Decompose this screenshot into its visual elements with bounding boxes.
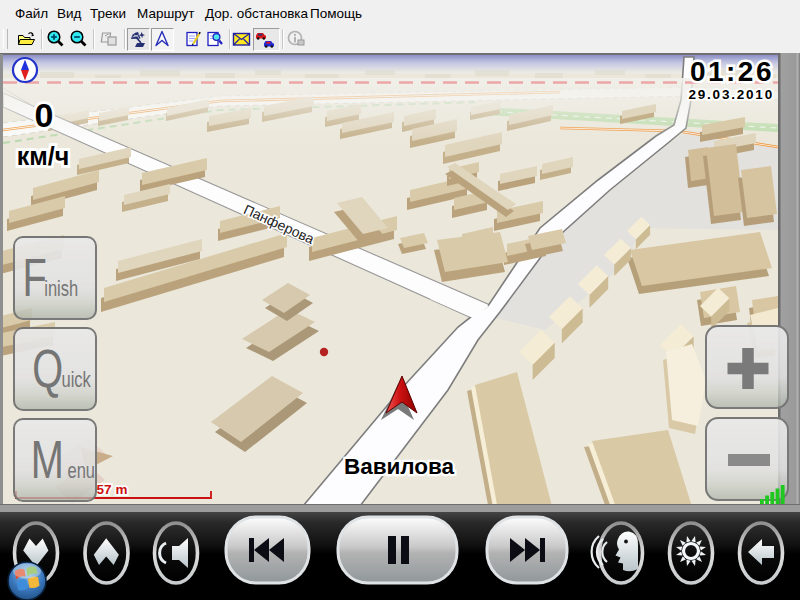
svg-text:inish: inish: [44, 276, 78, 301]
svg-text:enu: enu: [68, 458, 96, 483]
svg-text:Вавилова: Вавилова: [344, 454, 455, 479]
svg-text:F: F: [23, 248, 47, 307]
svg-text:01:26: 01:26: [690, 56, 774, 87]
svg-text:57 m: 57 m: [97, 482, 128, 497]
svg-text:км/ч: км/ч: [17, 142, 69, 170]
svg-text:uick: uick: [62, 367, 92, 392]
svg-text:0: 0: [35, 96, 54, 134]
svg-text:29.03.2010: 29.03.2010: [688, 87, 774, 102]
svg-text:Q: Q: [32, 339, 63, 398]
svg-text:M: M: [31, 430, 64, 489]
